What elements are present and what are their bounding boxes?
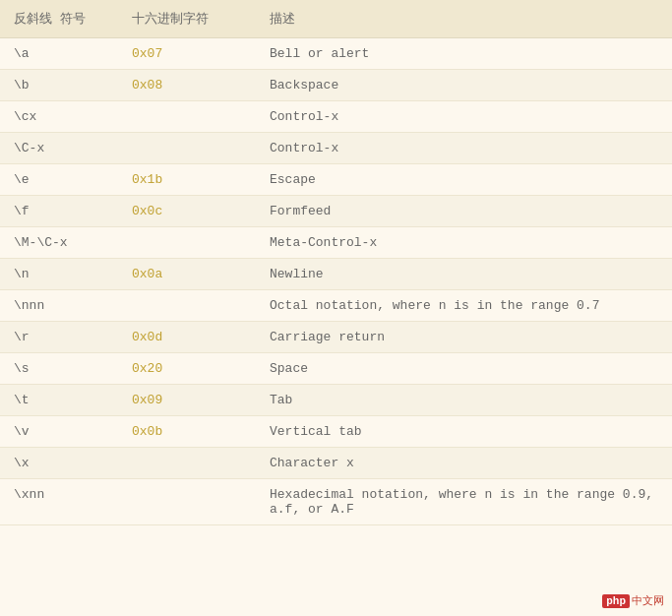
table-row: \xCharacter x [0, 448, 672, 479]
cell-desc: Tab [256, 385, 672, 416]
cell-escape: \t [0, 385, 118, 416]
cell-hex [118, 479, 256, 525]
escape-sequences-table: 反斜线 符号 十六进制字符 描述 \a0x07Bell or alert\b0x… [0, 0, 672, 525]
table-header-row: 反斜线 符号 十六进制字符 描述 [0, 0, 672, 38]
col-escape-header: 反斜线 符号 [0, 0, 118, 38]
cell-escape: \e [0, 164, 118, 196]
cell-escape: \f [0, 196, 118, 227]
table-row: \cxControl-x [0, 101, 672, 133]
cell-hex [118, 133, 256, 164]
cell-escape: \a [0, 38, 118, 70]
cell-desc: Carriage return [256, 322, 672, 353]
cell-escape: \M-\C-x [0, 227, 118, 259]
table-row: \n0x0aNewline [0, 259, 672, 290]
cell-hex: 0x0d [118, 322, 256, 353]
cell-escape: \xnn [0, 479, 118, 525]
cell-desc: Control-x [256, 133, 672, 164]
cell-escape: \n [0, 259, 118, 290]
cell-hex: 0x09 [118, 385, 256, 416]
cell-hex: 0x0b [118, 416, 256, 448]
cell-escape: \nnn [0, 290, 118, 322]
cell-hex: 0x1b [118, 164, 256, 196]
cell-hex [118, 290, 256, 322]
col-hex-header: 十六进制字符 [118, 0, 256, 38]
table-row: \b0x08Backspace [0, 70, 672, 101]
cell-escape: \r [0, 322, 118, 353]
cell-escape: \v [0, 416, 118, 448]
table-row: \xnnHexadecimal notation, where n is in … [0, 479, 672, 525]
cell-hex: 0x20 [118, 353, 256, 385]
table-row: \r0x0dCarriage return [0, 322, 672, 353]
table-row: \C-xControl-x [0, 133, 672, 164]
cell-desc: Hexadecimal notation, where n is in the … [256, 479, 672, 525]
cell-escape: \C-x [0, 133, 118, 164]
cell-hex [118, 448, 256, 479]
cell-desc: Meta-Control-x [256, 227, 672, 259]
cell-hex [118, 227, 256, 259]
cell-desc: Newline [256, 259, 672, 290]
col-desc-header: 描述 [256, 0, 672, 38]
cell-desc: Space [256, 353, 672, 385]
cell-desc: Character x [256, 448, 672, 479]
cell-escape: \x [0, 448, 118, 479]
cell-hex: 0x07 [118, 38, 256, 70]
cell-desc: Control-x [256, 101, 672, 133]
cell-desc: Octal notation, where n is in the range … [256, 290, 672, 322]
cell-desc: Vertical tab [256, 416, 672, 448]
cell-desc: Bell or alert [256, 38, 672, 70]
cell-hex: 0x0c [118, 196, 256, 227]
table-row: \v0x0bVertical tab [0, 416, 672, 448]
cell-escape: \cx [0, 101, 118, 133]
cell-escape: \b [0, 70, 118, 101]
cell-desc: Formfeed [256, 196, 672, 227]
cell-desc: Backspace [256, 70, 672, 101]
table-row: \a0x07Bell or alert [0, 38, 672, 70]
cell-escape: \s [0, 353, 118, 385]
cell-hex: 0x08 [118, 70, 256, 101]
table-row: \f0x0cFormfeed [0, 196, 672, 227]
table-row: \s0x20Space [0, 353, 672, 385]
table-row: \e0x1bEscape [0, 164, 672, 196]
table-row: \t0x09Tab [0, 385, 672, 416]
cell-desc: Escape [256, 164, 672, 196]
table-row: \nnnOctal notation, where n is in the ra… [0, 290, 672, 322]
cell-hex: 0x0a [118, 259, 256, 290]
table-row: \M-\C-xMeta-Control-x [0, 227, 672, 259]
cell-hex [118, 101, 256, 133]
